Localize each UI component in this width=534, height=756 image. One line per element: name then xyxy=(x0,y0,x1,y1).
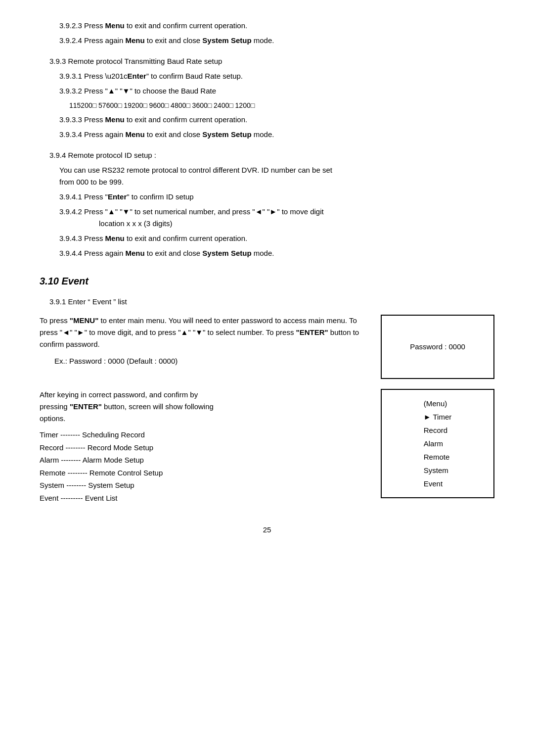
section-391-label-line: 3.9.1 Enter “ Event ” list xyxy=(49,296,494,308)
section-3943: 3.9.4.3 Press Menu to exit and confirm c… xyxy=(59,233,494,244)
event-para1: To press "MENU" to enter main menu. You … xyxy=(40,315,366,350)
section-3944-bold2: System Setup xyxy=(202,249,251,257)
section-3941-text2: " to confirm ID setup xyxy=(127,192,193,201)
section-3933: 3.9.3.3 Press Menu to exit and confirm c… xyxy=(59,114,494,126)
section-3943-label: 3.9.4.3 xyxy=(59,234,82,242)
menu-item-event: Event xyxy=(424,477,452,490)
section-394-desc: You can use RS232 remote protocal to con… xyxy=(59,164,494,188)
section-3941-label: 3.9.4.1 xyxy=(59,192,82,201)
section-394-label: 3.9.4 xyxy=(49,151,66,159)
section-3944-bold: Menu xyxy=(125,249,144,257)
section-3933-label: 3.9.3.3 xyxy=(59,115,82,124)
list-item: Remote -------- Remote Control Setup xyxy=(40,467,366,479)
section-3942: 3.9.4.2 Press "▲" "▼" to set numerical n… xyxy=(59,206,494,230)
section-3944-text: Press again xyxy=(84,249,125,257)
section-3944: 3.9.4.4 Press again Menu to exit and clo… xyxy=(59,247,494,259)
menu-screen-box: (Menu) ► Timer Record Alarm Remote Syste… xyxy=(381,389,494,498)
section-3924-text: Press again xyxy=(84,36,125,45)
section-3934-text: Press again xyxy=(84,130,125,139)
baud-rate-line: 115200□ 57600□ 19200□ 9600□ 4800□ 3600□ … xyxy=(69,100,494,111)
section-3923-bold: Menu xyxy=(105,21,125,30)
section-394-desc-text2: from 000 to be 999. xyxy=(59,178,124,186)
section-3943-text2: to exit and confirm current operation. xyxy=(125,234,247,242)
section-3924-text3: mode. xyxy=(252,36,274,45)
section-393-text: Remote protocol Transmitting Baud Rate s… xyxy=(68,57,222,65)
section-3934-bold: Menu xyxy=(125,130,144,139)
section-3944-text3: mode. xyxy=(252,249,274,257)
section-3932-text: Press "▲" "▼" to choose the Baud Rate xyxy=(84,87,216,95)
event-para1-bold: "MENU" xyxy=(70,316,98,325)
list-item: Event --------- Event List xyxy=(40,492,366,505)
section-3942-sub: location x x x (3 digits) xyxy=(99,219,172,228)
section-3934-text3: mode. xyxy=(252,130,274,139)
list-item: Record -------- Record Mode Setup xyxy=(40,441,366,454)
section-394-desc-text: You can use RS232 remote protocal to con… xyxy=(59,166,332,174)
section-3941-bold: Enter xyxy=(108,192,127,201)
section-3942-text: Press "▲" "▼" to set numerical number, a… xyxy=(84,207,324,216)
menu-item-alarm: Alarm xyxy=(424,437,452,450)
section-3931-text2: ” to confirm Baud Rate setup. xyxy=(146,72,243,80)
section-391-label: 3.9.1 xyxy=(49,297,66,306)
section-3932-label: 3.9.3.2 xyxy=(59,87,82,95)
section-3933-bold: Menu xyxy=(105,115,125,124)
section-3942-label: 3.9.4.2 xyxy=(59,207,82,216)
section-3933-text2: to exit and confirm current operation. xyxy=(125,115,247,124)
event-para2-bold: "ENTER" xyxy=(70,402,102,411)
section-3931-bold: Enter xyxy=(128,72,146,80)
menu-title: (Menu) xyxy=(424,397,452,410)
event-menu-text-col: After keying in correct password, and co… xyxy=(40,389,366,504)
event-password-section: To press "MENU" to enter main menu. You … xyxy=(40,315,494,379)
section-3931-text: Press \u201c xyxy=(84,72,128,80)
section-3924-text2: to exit and close xyxy=(145,36,203,45)
section-394-text: Remote protocol ID setup : xyxy=(68,151,156,159)
event-para2-cont: button, screen will show following xyxy=(102,402,214,411)
section-3923-text: Press xyxy=(84,21,105,30)
event-menu-section: After keying in correct password, and co… xyxy=(40,389,494,504)
section-3931: 3.9.3.1 Press \u201cEnter” to confirm Ba… xyxy=(59,70,494,82)
event-para1-text: To press xyxy=(40,316,70,325)
section-3943-bold: Menu xyxy=(105,234,125,242)
event-para1-bold2: "ENTER" xyxy=(296,328,328,336)
section-3923-text2: to exit and confirm current operation. xyxy=(125,21,247,30)
section-3923: 3.9.2.3 Press Menu to exit and confirm c… xyxy=(59,20,494,32)
menu-item-system: System xyxy=(424,464,452,477)
section-3924-bold: Menu xyxy=(125,36,144,45)
event-para2-pressing: pressing xyxy=(40,402,70,411)
section-3941-text: Press " xyxy=(84,192,108,201)
section-3944-text2: to exit and close xyxy=(145,249,203,257)
section-3943-text: Press xyxy=(84,234,105,242)
section-393-label: 3.9.3 xyxy=(49,57,66,65)
section-3924-label: 3.9.2.4 xyxy=(59,36,82,45)
section-3934-text2: to exit and close xyxy=(145,130,203,139)
event-para2: After keying in correct password, and co… xyxy=(40,389,366,425)
event-para2-options: options. xyxy=(40,414,66,423)
menu-screen-items: (Menu) ► Timer Record Alarm Remote Syste… xyxy=(424,397,452,490)
password-screen-box: Password : 0000 xyxy=(381,315,494,379)
event-para2-text: After keying in correct password, and co… xyxy=(40,390,198,399)
section-3934-label: 3.9.3.4 xyxy=(59,130,82,139)
section-3932: 3.9.3.2 Press "▲" "▼" to choose the Baud… xyxy=(59,85,494,97)
page-number: 25 xyxy=(40,524,494,536)
section-394: 3.9.4 Remote protocol ID setup : xyxy=(49,149,494,161)
list-item: Timer -------- Scheduling Record xyxy=(40,428,366,441)
event-ex-line: Ex.: Password : 0000 (Default : 0000) xyxy=(54,355,366,367)
event-ex-text: Ex.: Password : 0000 (Default : 0000) xyxy=(54,357,178,365)
section-3923-label: 3.9.2.3 xyxy=(59,21,82,30)
password-screen-text: Password : 0000 xyxy=(410,341,465,353)
section-3931-label: 3.9.3.1 xyxy=(59,72,82,80)
section-393: 3.9.3 Remote protocol Transmitting Baud … xyxy=(49,55,494,67)
list-item: Alarm -------- Alarm Mode Setup xyxy=(40,454,366,467)
section-3933-text: Press xyxy=(84,115,105,124)
list-item: System -------- System Setup xyxy=(40,479,366,492)
section-3924: 3.9.2.4 Press again Menu to exit and clo… xyxy=(59,35,494,47)
section-3944-label: 3.9.4.4 xyxy=(59,249,82,257)
event-password-text-col: To press "MENU" to enter main menu. You … xyxy=(40,315,366,370)
event-list-section: Timer -------- Scheduling Record Record … xyxy=(40,428,366,504)
section-3934-bold2: System Setup xyxy=(202,130,251,139)
section-3941: 3.9.4.1 Press "Enter" to confirm ID setu… xyxy=(59,191,494,203)
section-3924-bold2: System Setup xyxy=(202,36,251,45)
section-310-heading: 3.10 Event xyxy=(40,273,494,289)
menu-item-remote: Remote xyxy=(424,450,452,464)
menu-item-timer: ► Timer xyxy=(424,410,452,424)
menu-item-record: Record xyxy=(424,424,452,437)
